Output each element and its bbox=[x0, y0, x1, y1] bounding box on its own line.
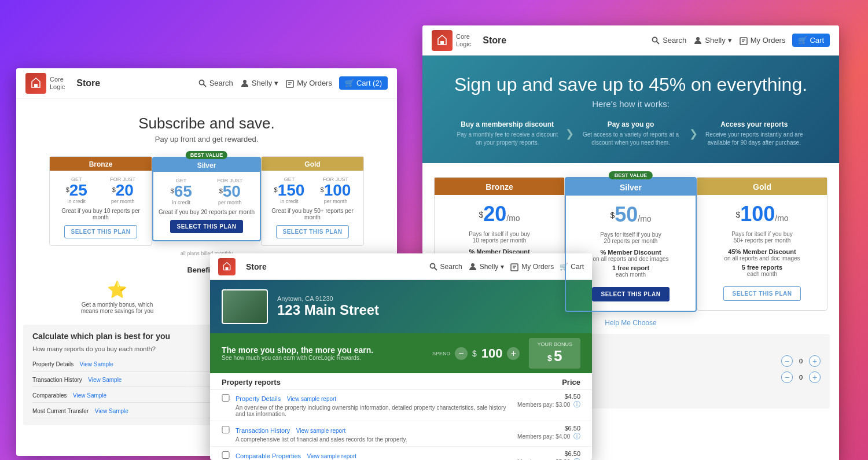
win2-gold-amount: 100 bbox=[740, 202, 775, 226]
win1-plan-bronze: Bronze GET $25 in credit FOR JUST $20 pe… bbox=[49, 156, 152, 246]
win1-silver-cost-unit: per month bbox=[217, 200, 242, 205]
win1-user-btn[interactable]: Shelly ▾ bbox=[240, 79, 278, 88]
svg-point-12 bbox=[243, 80, 247, 83]
win1-search-btn[interactable]: Search bbox=[198, 79, 233, 88]
win1-plans-container: Bronze GET $25 in credit FOR JUST $20 pe… bbox=[16, 156, 397, 246]
win1-bronze-get: 25 bbox=[69, 181, 87, 199]
win3-city-state: Anytown, CA 91230 bbox=[277, 295, 379, 302]
win3-row-3-link[interactable]: View sample report bbox=[307, 453, 356, 459]
win1-calc-row-1-label: Property Details bbox=[32, 361, 73, 367]
win3-bonus-val: 5 bbox=[554, 347, 562, 365]
win1-benefit-1-icon: ⭐ bbox=[77, 280, 158, 299]
win1-hero-subtitle: Pay up front and get rewarded. bbox=[28, 135, 385, 143]
win1-cart-label: Cart (2) bbox=[356, 79, 382, 87]
win1-user-label: Shelly bbox=[252, 79, 272, 87]
win1-logo-text: CoreLogic bbox=[50, 76, 65, 90]
win1-silver-header: Silver bbox=[153, 158, 260, 172]
win3-user-caret: ▾ bbox=[501, 263, 504, 271]
win2-user-label: Shelly bbox=[705, 36, 725, 45]
win1-bronze-cost-unit: per month bbox=[110, 198, 135, 204]
svg-rect-5 bbox=[740, 38, 747, 45]
svg-point-18 bbox=[430, 263, 435, 268]
win2-gold-discount: 45% Member Discount bbox=[703, 248, 821, 255]
win3-row-1-check[interactable] bbox=[222, 394, 230, 402]
win3-row-2-check[interactable] bbox=[222, 426, 230, 433]
win2-silver-discount-sub: on all reports and doc images bbox=[572, 256, 690, 262]
win2-gold-select-btn[interactable]: SELECT THIS PLAN bbox=[723, 286, 800, 301]
win3-spend-minus[interactable]: − bbox=[455, 347, 468, 360]
win3-orders-label: My Orders bbox=[521, 263, 554, 271]
win2-logo-text: CoreLogic bbox=[456, 33, 471, 47]
win3-row-2-desc: A comprehensive list of financial and sa… bbox=[236, 436, 512, 443]
win2-bronze-desc: Pays for itself if you buy10 reports per… bbox=[442, 231, 557, 244]
win3-bonus-label: YOUR BONUS bbox=[537, 341, 572, 347]
win2-search-btn[interactable]: Search bbox=[651, 36, 686, 45]
win3-user-btn[interactable]: Shelly ▾ bbox=[468, 262, 505, 271]
win1-bronze-select-btn[interactable]: SELECT THIS PLAN bbox=[64, 225, 137, 238]
win3-search-label: Search bbox=[440, 263, 462, 271]
win2-step-3-desc: Receive your reports instantly and are a… bbox=[701, 131, 808, 147]
win1-bronze-get-unit: in credit bbox=[66, 198, 87, 204]
win1-cart-btn[interactable]: 🛒 Cart (2) bbox=[339, 76, 388, 90]
win2-silver-free-sub: each month bbox=[572, 271, 690, 278]
win3-row-2-link[interactable]: View sample report bbox=[296, 428, 345, 434]
win3-row-1-price: $4.50 Members pay: $3.00 ⓘ bbox=[517, 393, 580, 410]
win3-navbar: Store Search Shelly ▾ My Orders 🛒 Cart bbox=[210, 253, 592, 280]
win3-row-1-title: Property Details bbox=[236, 395, 281, 402]
win2-silver-select-btn[interactable]: SELECT THIS PLAN bbox=[592, 287, 669, 301]
win3-earn-sub: See how much you can earn with CoreLogic… bbox=[222, 355, 423, 361]
win2-hero-sub: Here's how it works: bbox=[446, 99, 816, 109]
win1-gold-desc: Great if you buy 50+ reports per month bbox=[266, 208, 359, 220]
win2-hero: Sign up and save up to 45% on everything… bbox=[422, 56, 839, 163]
win3-row-3-info[interactable]: ⓘ bbox=[573, 458, 580, 460]
win3-spend-plus[interactable]: + bbox=[507, 347, 520, 360]
win1-calc-row-4-link[interactable]: View Sample bbox=[95, 408, 128, 414]
win3-user-label: Shelly bbox=[480, 263, 499, 271]
win1-search-label: Search bbox=[209, 79, 233, 87]
win1-silver-desc: Great if you buy 20 reports per month bbox=[158, 209, 255, 215]
win2-user-btn[interactable]: Shelly ▾ bbox=[693, 36, 731, 45]
win3-logo-box bbox=[218, 258, 236, 275]
win3-row-1-link[interactable]: View sample report bbox=[287, 396, 336, 402]
win2-step-2-title: Pay as you go bbox=[577, 120, 684, 128]
win2-orders-btn[interactable]: My Orders bbox=[739, 36, 786, 45]
win2-stepper-2-val: 0 bbox=[796, 374, 806, 381]
win2-silver-discount: % Member Discount bbox=[572, 249, 690, 256]
win2-stepper-1-minus[interactable]: − bbox=[781, 355, 793, 367]
win3-street-address: 123 Main Street bbox=[277, 302, 379, 318]
win1-calc-row-2-link[interactable]: View Sample bbox=[88, 377, 122, 383]
win2-stepper-1-plus[interactable]: + bbox=[809, 355, 821, 367]
svg-point-10 bbox=[199, 80, 204, 84]
win2-silver-best-value: BEST VALUE bbox=[609, 171, 653, 179]
win2-stepper-2-minus[interactable]: − bbox=[781, 371, 793, 383]
win2-hero-title: Sign up and save up to 45% on everything… bbox=[446, 74, 816, 95]
win3-row-1-info[interactable]: ⓘ bbox=[573, 400, 580, 409]
win3-search-btn[interactable]: Search bbox=[429, 262, 462, 271]
win1-calc-row-2-label: Transaction History bbox=[32, 377, 82, 383]
win2-store-label: Store bbox=[483, 35, 506, 46]
win3-spend-label: SPEND bbox=[432, 351, 450, 356]
win2-step-1: Buy a membership discount Pay a monthly … bbox=[446, 120, 569, 147]
win1-calc-row-3-link[interactable]: View Sample bbox=[73, 392, 106, 399]
win3-store-label: Store bbox=[246, 262, 267, 271]
win1-silver-get-unit: in credit bbox=[171, 200, 192, 205]
svg-point-4 bbox=[696, 37, 700, 41]
win3-row-2-info[interactable]: ⓘ bbox=[573, 432, 580, 440]
win1-orders-btn[interactable]: My Orders bbox=[285, 79, 332, 88]
win1-silver-select-btn[interactable]: SELECT THIS PLAN bbox=[170, 220, 242, 233]
win3-property-image bbox=[222, 289, 268, 324]
win2-step-3: Access your reports Receive your reports… bbox=[693, 120, 816, 147]
win2-orders-label: My Orders bbox=[751, 36, 786, 45]
svg-rect-21 bbox=[511, 264, 518, 271]
win1-gold-select-btn[interactable]: SELECT THIS PLAN bbox=[276, 225, 348, 238]
win2-stepper-2-plus[interactable]: + bbox=[809, 371, 821, 383]
svg-line-19 bbox=[434, 267, 437, 270]
win3-row-2-price: $6.50 Members pay: $4.00 ⓘ bbox=[517, 425, 580, 441]
win2-cart-btn[interactable]: 🛒 Cart bbox=[792, 34, 830, 47]
win3-orders-btn[interactable]: My Orders bbox=[510, 262, 554, 271]
win2-silver-desc: Pays for itself if you buy20 reports per… bbox=[573, 231, 689, 244]
win2-steps: Buy a membership discount Pay a monthly … bbox=[446, 120, 816, 147]
win3-row-3-check[interactable] bbox=[222, 451, 230, 459]
win1-calc-row-1-link[interactable]: View Sample bbox=[80, 361, 113, 367]
svg-line-3 bbox=[657, 41, 660, 44]
